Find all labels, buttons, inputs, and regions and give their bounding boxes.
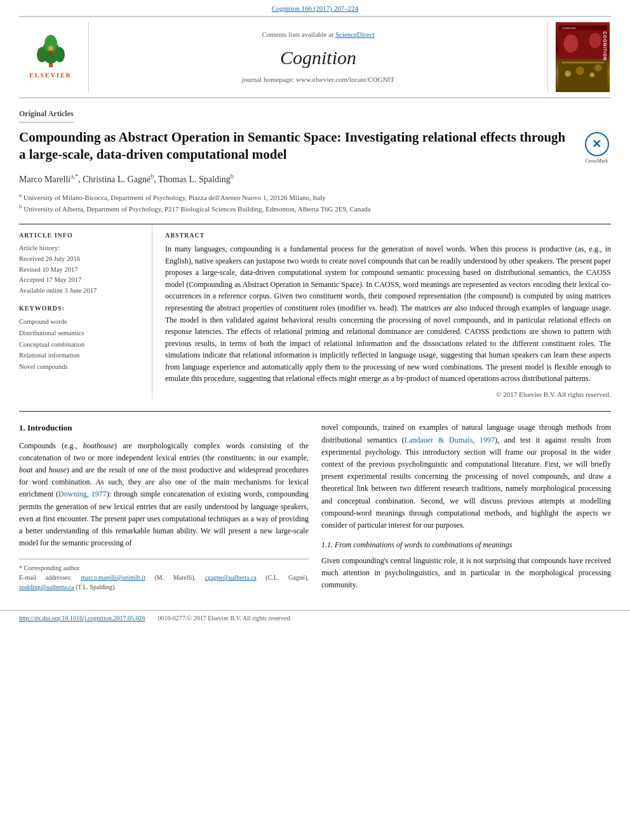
svg-point-15 (589, 73, 594, 78)
svg-point-10 (589, 33, 601, 49)
keyword-2: Distributional semantics (19, 328, 142, 339)
contents-line: Contents lists available at ScienceDirec… (262, 30, 374, 39)
article-info-col: ARTICLE INFO Article history: Received 2… (19, 225, 152, 400)
elsevier-label: ELSEVIER (29, 71, 72, 80)
abstract-col: ABSTRACT In many languages, compounding … (165, 225, 611, 400)
elsevier-logo: ELSEVIER (19, 22, 89, 92)
crossmark-badge[interactable]: ✕ CrossMark (582, 132, 611, 164)
journal-center: Contents lists available at ScienceDirec… (89, 22, 547, 92)
crossmark-circle: ✕ (585, 132, 609, 156)
author-2: Christina L. Gagnéb (83, 175, 154, 184)
author-3: Thomas L. Spalding (158, 175, 231, 184)
history-received: Received 26 July 2016 (19, 254, 142, 265)
article-title-block: Compounding as Abstract Operation in Sem… (19, 129, 611, 164)
subsection-1-1-title: 1.1. From combinations of words to combi… (321, 539, 611, 551)
svg-point-13 (565, 71, 571, 77)
svg-rect-6 (49, 51, 53, 56)
intro-paragraph-right: novel compounds, trained on examples of … (321, 422, 611, 531)
affiliation-b: b University of Alberta, Department of P… (19, 203, 611, 214)
subsection-paragraph: Given compounding's central linguistic r… (321, 555, 611, 592)
abstract-text: In many languages, compounding is a fund… (165, 243, 611, 385)
keyword-1: Compound words (19, 316, 142, 328)
keywords-section: Keywords: Compound words Distributional … (19, 304, 142, 373)
svg-point-3 (55, 47, 65, 62)
body-right-col: novel compounds, trained on examples of … (321, 422, 611, 597)
svg-point-14 (575, 67, 584, 75)
journal-header: ELSEVIER Contents lists available at Sci… (19, 16, 611, 98)
svg-point-16 (594, 64, 601, 71)
authors-line: Marco Marellia,*, Christina L. Gagnéb, T… (19, 172, 611, 185)
email-note: E-mail addresses: marco.marelli@unimib.i… (19, 573, 309, 592)
svg-rect-11 (561, 62, 604, 64)
cognition-cover: COGNITION COGNITION (547, 22, 611, 92)
body-left-col: 1. Introduction Compounds (e.g., boathou… (19, 422, 309, 597)
email-link-2[interactable]: cgagne@ualberta.ca (205, 574, 257, 581)
corresponding-note: * Corresponding author. (19, 563, 309, 573)
doi-link[interactable]: Cognition 166 (2017) 207–224 (272, 4, 359, 12)
svg-point-9 (563, 35, 578, 53)
crossmark-label: CrossMark (586, 157, 608, 164)
history-accepted: Accepted 17 May 2017 (19, 275, 142, 286)
affiliations: a University of Milano-Bicocca, Departme… (19, 191, 611, 214)
article-info-header: ARTICLE INFO (19, 231, 142, 240)
journal-homepage: journal homepage: www.elsevier.com/locat… (242, 75, 394, 84)
svg-text:COGNITION: COGNITION (561, 27, 575, 30)
doi-bar: Cognition 166 (2017) 207–224 (0, 0, 630, 16)
article-history: Article history: Received 26 July 2016 R… (19, 243, 142, 297)
keyword-3: Conceptual combination (19, 339, 142, 350)
section-1-title: 1. Introduction (19, 422, 309, 434)
abstract-header: ABSTRACT (165, 231, 611, 240)
svg-point-5 (48, 46, 53, 51)
issn-text: 0010-0277/© 2017 Elsevier B.V. All right… (158, 614, 291, 623)
article-columns: ARTICLE INFO Article history: Received 2… (19, 223, 611, 400)
email-link-1[interactable]: marco.marelli@unimib.it (81, 574, 145, 581)
history-header: Article history: (19, 243, 142, 254)
body-content: 1. Introduction Compounds (e.g., boathou… (0, 412, 630, 610)
affiliation-a: a University of Milano-Bicocca, Departme… (19, 191, 611, 203)
section-label: Original Articles (19, 109, 74, 123)
journal-title: Cognition (280, 44, 356, 71)
cover-image: COGNITION COGNITION (556, 22, 610, 92)
svg-point-2 (37, 47, 47, 62)
author-1: Marco Marellia,* (19, 175, 78, 184)
svg-text:COGNITION: COGNITION (603, 32, 607, 61)
history-online: Available online 3 June 2017 (19, 286, 142, 297)
keyword-4: Relational information (19, 350, 142, 361)
email-link-3[interactable]: spalding@ualberta.ca (19, 583, 74, 590)
copyright-line: © 2017 Elsevier B.V. All rights reserved… (165, 390, 611, 399)
article-title: Compounding as Abstract Operation in Sem… (19, 129, 573, 164)
sciencedirect-link[interactable]: ScienceDirect (335, 30, 375, 38)
doi-bottom-link[interactable]: http://dx.doi.org/10.1016/j.cognition.20… (19, 614, 145, 623)
keyword-5: Novel compounds (19, 361, 142, 373)
intro-paragraph-left: Compounds (e.g., boathouse) are morpholo… (19, 440, 309, 550)
history-revised: Revised 10 May 2017 (19, 265, 142, 276)
footnote-area: * Corresponding author. E-mail addresses… (19, 559, 309, 592)
bottom-bar: http://dx.doi.org/10.1016/j.cognition.20… (0, 610, 630, 626)
keywords-header: Keywords: (19, 304, 142, 313)
article-section: Original Articles Compounding as Abstrac… (0, 98, 630, 399)
